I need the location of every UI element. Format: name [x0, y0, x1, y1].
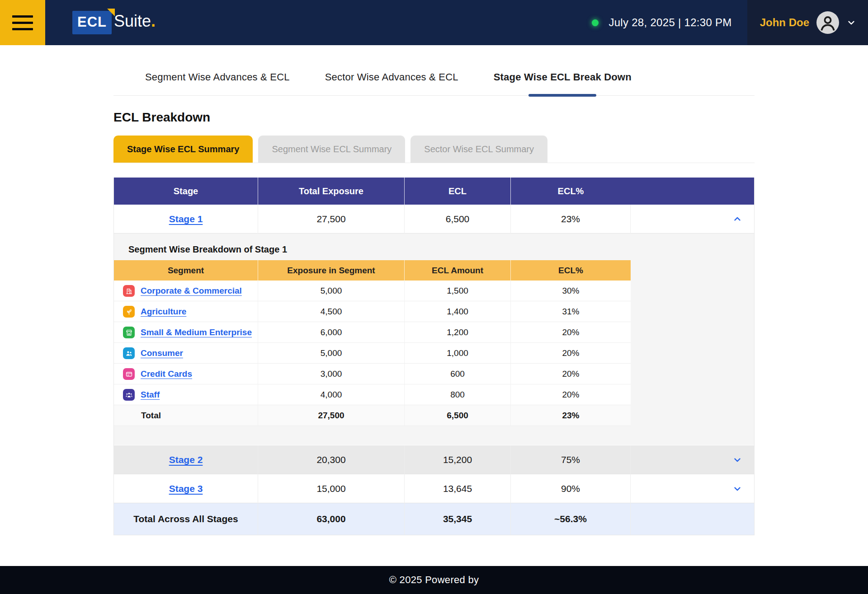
table-row-stage-2: Stage 2 20,300 15,200 75% [114, 445, 754, 474]
col-header-exposure-in-segment: Exposure in Segment [258, 260, 405, 281]
segment-breakdown-table: Segment Exposure in Segment ECL Amount E… [114, 260, 631, 426]
hamburger-menu-button[interactable] [0, 0, 45, 45]
corporate-exposure: 5,000 [258, 281, 405, 301]
store-icon [123, 327, 135, 338]
breakdown-total-label: Total [114, 405, 258, 426]
consumer-exposure: 5,000 [258, 343, 405, 364]
grand-total-label: Total Across All Stages [114, 503, 258, 535]
stage-2-expand-button[interactable] [631, 445, 754, 474]
col-header-total-exposure: Total Exposure [258, 178, 405, 205]
sme-ecl: 1,200 [405, 322, 511, 343]
segment-link-credit-cards[interactable]: Credit Cards [141, 369, 192, 379]
consumer-ecl-pct: 20% [511, 343, 631, 364]
breakdown-total-row: Total 27,500 6,500 23% [114, 405, 631, 426]
table-row-stage-3: Stage 3 15,000 13,645 90% [114, 474, 754, 503]
logo-suite-text: Suite. [114, 11, 156, 32]
hamburger-icon [12, 15, 33, 30]
stage-1-collapse-button[interactable] [631, 205, 754, 234]
table-header-row: Stage Total Exposure ECL ECL% [114, 178, 754, 205]
stage-1-link[interactable]: Stage 1 [169, 214, 203, 225]
table-row-stage-1: Stage 1 27,500 6,500 23% [114, 205, 754, 234]
grand-total-row: Total Across All Stages 63,000 35,345 ~5… [114, 503, 754, 535]
stage-1-ecl-pct: 23% [511, 205, 631, 234]
sme-ecl-pct: 20% [511, 322, 631, 343]
segment-link-corporate-commercial[interactable]: Corporate & Commercial [141, 286, 242, 296]
user-name: John Doe [760, 16, 809, 29]
breakdown-title: Segment Wise Breakdown of Stage 1 [114, 244, 754, 255]
segment-link-agriculture[interactable]: Agriculture [141, 307, 186, 317]
chevron-down-icon [732, 484, 742, 494]
col-header-ecl: ECL [405, 178, 511, 205]
agriculture-exposure: 4,500 [258, 301, 405, 322]
table-row-agriculture: Agriculture 4,500 1,400 31% [114, 301, 631, 322]
summary-tabs: Stage Wise ECL Summary Segment Wise ECL … [113, 136, 755, 163]
staff-ecl-pct: 20% [511, 384, 631, 405]
stage-3-link[interactable]: Stage 3 [169, 483, 203, 494]
breakdown-total-ecl: 6,500 [405, 405, 511, 426]
grand-total-ecl: 35,345 [405, 503, 511, 535]
table-row-corporate-commercial: Corporate & Commercial 5,000 1,500 30% [114, 281, 631, 301]
main-content: Segment Wise Advances & ECL Sector Wise … [113, 45, 755, 535]
stage-3-total-exposure: 15,000 [258, 474, 405, 503]
staff-ecl: 800 [405, 384, 511, 405]
status-online-dot [592, 19, 599, 26]
col-header-segment: Segment [114, 260, 258, 281]
active-tab-underline [528, 94, 596, 97]
tab-stage-wise-summary[interactable]: Stage Wise ECL Summary [113, 136, 253, 163]
stage-ecl-table: Stage Total Exposure ECL ECL% Stage 1 27… [113, 178, 755, 535]
app-logo: ECL Suite. [72, 11, 156, 34]
chevron-down-icon [846, 18, 856, 28]
col-header-ecl-pct: ECL% [511, 178, 631, 205]
agriculture-ecl: 1,400 [405, 301, 511, 322]
tab-sector-wise-advances[interactable]: Sector Wise Advances & ECL [322, 71, 461, 95]
tab-sector-wise-summary[interactable]: Sector Wise ECL Summary [410, 136, 547, 163]
grand-total-ecl-pct: ~56.3% [511, 503, 631, 535]
credit-cards-ecl-pct: 20% [511, 364, 631, 384]
stage-2-link[interactable]: Stage 2 [169, 454, 203, 465]
building-icon [123, 285, 135, 297]
logo-dot: . [151, 12, 156, 30]
credit-card-icon [123, 368, 135, 380]
stage-3-ecl-pct: 90% [511, 474, 631, 503]
segment-link-staff[interactable]: Staff [141, 390, 160, 400]
stage-1-total-exposure: 27,500 [258, 205, 405, 234]
corporate-ecl: 1,500 [405, 281, 511, 301]
footer-copyright: © 2025 Powered by [389, 574, 479, 586]
datetime-label: July 28, 2025 | 12:30 PM [609, 16, 731, 29]
staff-exposure: 4,000 [258, 384, 405, 405]
credit-cards-exposure: 3,000 [258, 364, 405, 384]
stage-3-expand-button[interactable] [631, 474, 754, 503]
breakdown-header-row: Segment Exposure in Segment ECL Amount E… [114, 260, 631, 281]
col-header-ecl-amount: ECL Amount [405, 260, 511, 281]
col-header-expand [631, 178, 754, 205]
segment-link-consumer[interactable]: Consumer [141, 348, 183, 358]
page-title: ECL Breakdown [113, 110, 755, 125]
consumer-ecl: 1,000 [405, 343, 511, 364]
breakdown-total-ecl-pct: 23% [511, 405, 631, 426]
segment-link-sme[interactable]: Small & Medium Enterprise [141, 327, 252, 337]
logo-ecl-badge: ECL [72, 11, 112, 34]
sme-exposure: 6,000 [258, 322, 405, 343]
user-menu[interactable]: John Doe [747, 0, 868, 45]
footer: © 2025 Powered by [0, 566, 868, 594]
tab-segment-wise-advances[interactable]: Segment Wise Advances & ECL [142, 71, 292, 95]
credit-cards-ecl: 600 [405, 364, 511, 384]
table-row-sme: Small & Medium Enterprise 6,000 1,200 20… [114, 322, 631, 343]
tab-segment-wise-summary[interactable]: Segment Wise ECL Summary [258, 136, 405, 163]
chevron-down-icon [732, 455, 742, 465]
tab-stage-wise-ecl-breakdown[interactable]: Stage Wise ECL Break Down [491, 71, 634, 95]
grand-total-exposure: 63,000 [258, 503, 405, 535]
team-icon [123, 389, 135, 401]
topbar-right: July 28, 2025 | 12:30 PM John Doe [592, 0, 868, 45]
top-bar: ECL Suite. July 28, 2025 | 12:30 PM John… [0, 0, 868, 45]
table-row-staff: Staff 4,000 800 20% [114, 384, 631, 405]
table-row-credit-cards: Credit Cards 3,000 600 20% [114, 364, 631, 384]
grand-total-empty-cell [631, 503, 754, 535]
avatar [816, 11, 839, 34]
table-row-consumer: Consumer 5,000 1,000 20% [114, 343, 631, 364]
breakdown-total-exposure: 27,500 [258, 405, 405, 426]
col-header-breakdown-ecl-pct: ECL% [511, 260, 631, 281]
stage-2-ecl: 15,200 [405, 445, 511, 474]
stage-3-ecl: 13,645 [405, 474, 511, 503]
col-header-stage: Stage [114, 178, 258, 205]
